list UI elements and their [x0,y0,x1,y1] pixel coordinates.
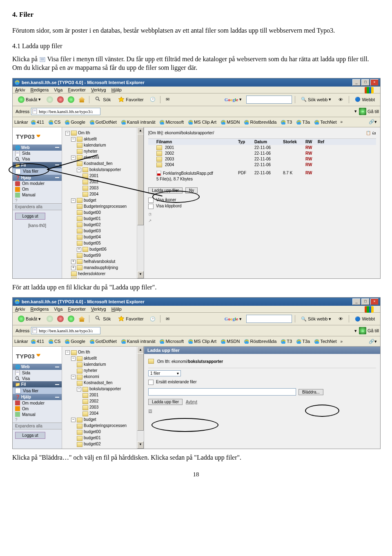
link-msdn[interactable]: MSDN [219,120,241,125]
nav-section-web[interactable]: 🌐 Web [13,364,62,370]
home-button[interactable] [77,314,86,323]
nav-item-sida[interactable]: Sida [13,151,62,156]
link-google[interactable]: Google [63,120,87,125]
file-row-2001[interactable]: 200122-11-06RW [148,145,376,151]
go-button[interactable]: → [359,327,366,334]
menu-redigera[interactable]: Redigera [31,307,49,311]
file-count-select[interactable]: 1 filer▾ [148,370,181,376]
link-msclipart[interactable]: MS Clip Art [186,120,218,125]
rank-button[interactable]: 👁 [336,314,346,323]
forward-button[interactable] [45,95,54,104]
refresh-button[interactable] [67,314,76,323]
mail-button[interactable]: ✉ [163,95,172,104]
link-cs[interactable]: CS [47,120,62,125]
back-button[interactable]: Bakåt ▾ [15,95,44,104]
menu-visa[interactable]: Visa [54,307,62,311]
menu-verktyg[interactable]: Verktyg [91,307,106,311]
url-input[interactable] [31,327,100,334]
nav-item-om-moduler[interactable]: Om moduler [13,181,62,187]
tree-ekonomi[interactable]: −ekonomi [65,154,142,160]
file-path-input[interactable] [148,388,296,396]
home-button[interactable] [77,95,86,104]
link-t3[interactable]: T3 [279,120,294,125]
tree-b99[interactable]: budget99 [65,252,142,258]
upload-submit-button[interactable]: Ladda upp filer [148,399,183,405]
history-button[interactable]: 🕑 [148,314,157,323]
tree-b04[interactable]: budget04 [65,234,142,240]
show-icons-toggle[interactable]: Visa ikoner [148,198,376,203]
nav-item-visa-filer[interactable]: Visa filer [13,168,62,175]
menu-arkiv[interactable]: Arkiv [15,307,25,311]
google-toolbar[interactable]: Google ▾ [222,314,245,323]
link-kansli[interactable]: Kansli intranät [119,120,157,125]
menu-verktyg[interactable]: Verktyg [91,87,106,92]
url-input[interactable] [31,108,100,115]
nav-section-fil[interactable]: 📁 Fil [13,381,62,387]
webbt-button[interactable]: 🔵 Webbt [352,95,378,104]
google-search-input[interactable] [246,96,292,104]
favorites-button[interactable]: Favoriter [115,314,146,323]
link-technet[interactable]: TechNet [312,120,338,125]
tree-b00[interactable]: budget00 [65,209,142,216]
new-button[interactable]: Ny [185,187,198,193]
tree-b02[interactable]: budget02 [65,222,142,228]
tree-kostnad[interactable]: Kostnadsst_llen [65,160,142,167]
google-search-input[interactable] [246,315,292,323]
link-t3a[interactable]: T3a [294,120,312,125]
webbt-button[interactable]: 🔵 Webbt [352,314,378,323]
menu-redigera[interactable]: Redigera [31,87,49,92]
nav-item-manual[interactable]: Manual [13,192,62,198]
nav-section-hjalp[interactable]: ❓ Hjälp [13,394,62,400]
tree-2002[interactable]: 2002 [65,179,142,185]
file-row-2002[interactable]: 200222-11-06RW [148,151,376,156]
links-more[interactable]: » [339,120,344,124]
tree-2001[interactable]: 2001 [65,173,142,179]
history-button[interactable]: 🕑 [148,95,157,104]
google-toolbar[interactable]: Google ▾ [222,95,245,104]
nav-expand-all[interactable]: Expandera alla [13,423,62,429]
browse-button[interactable]: Bläddra... [298,389,323,395]
tree-kalendarium[interactable]: kalendarium [65,142,142,148]
nav-item-help[interactable]: ? [13,198,62,203]
tree-2004[interactable]: 2004 [65,191,142,197]
minimize-button[interactable]: _ [352,298,361,305]
nav-section-fil[interactable]: 📁 Fil [13,162,62,168]
nav-section-web[interactable]: 🌐 Web [13,145,62,151]
stop-button[interactable] [56,314,65,323]
tree-budget[interactable]: −budget [65,197,142,203]
close-button[interactable]: × [370,298,379,305]
sokwebb-button[interactable]: 🔍 Sök webb ▾ [298,95,334,104]
tree-scrollbar[interactable]: ▲▼ [137,347,144,449]
tree-aktuellt[interactable]: −aktuellt [65,136,142,142]
tree-b01[interactable]: budget01 [65,216,142,222]
search-button[interactable]: Sök [92,314,114,323]
clipboard-icons[interactable]: 📋 🗂 [366,131,376,138]
menu-favoriter[interactable]: Favoriter [68,87,86,92]
tree-manad[interactable]: +manadsuppfoljning [65,265,142,271]
minimize-button[interactable]: _ [352,79,361,86]
tree-b06[interactable]: +budget06 [65,246,142,252]
tree-images[interactable]: images [65,277,142,278]
tree-heders[interactable]: hedersdoktorer [65,271,142,277]
tree-helhalv[interactable]: +helhalvarsbokslut [65,258,142,265]
refresh-button[interactable] [67,95,76,104]
logout-button[interactable]: Logga ut [15,432,45,439]
link-411[interactable]: 411 [29,120,46,125]
menu-arkiv[interactable]: Arkiv [15,87,25,92]
maximize-button[interactable]: □ [361,298,370,305]
file-row-pdf[interactable]: ForklaringBokslutsRapp.pdfPDF22-11-068.7… [148,170,376,176]
nav-expand-all[interactable]: Expandera alla [13,203,62,210]
logout-button[interactable]: Logga ut [15,213,45,220]
stop-button[interactable] [56,95,65,104]
go-button[interactable]: → [359,108,366,115]
replace-toggle[interactable]: Ersätt existerande filer [148,380,376,385]
file-row-2003[interactable]: 200322-11-06RW [148,156,376,162]
tree-budproc[interactable]: Budgeteringsprocessen [65,203,142,209]
close-button[interactable]: × [370,79,379,86]
maximize-button[interactable]: □ [361,79,370,86]
tree-nyheter[interactable]: nyheter [65,148,142,154]
back-button[interactable]: Bakåt ▾ [15,314,44,323]
tree-2003[interactable]: 2003 [65,185,142,191]
favorites-button[interactable]: Favoriter [115,95,146,104]
link-gotdotnet[interactable]: GotDotNet [88,120,118,125]
